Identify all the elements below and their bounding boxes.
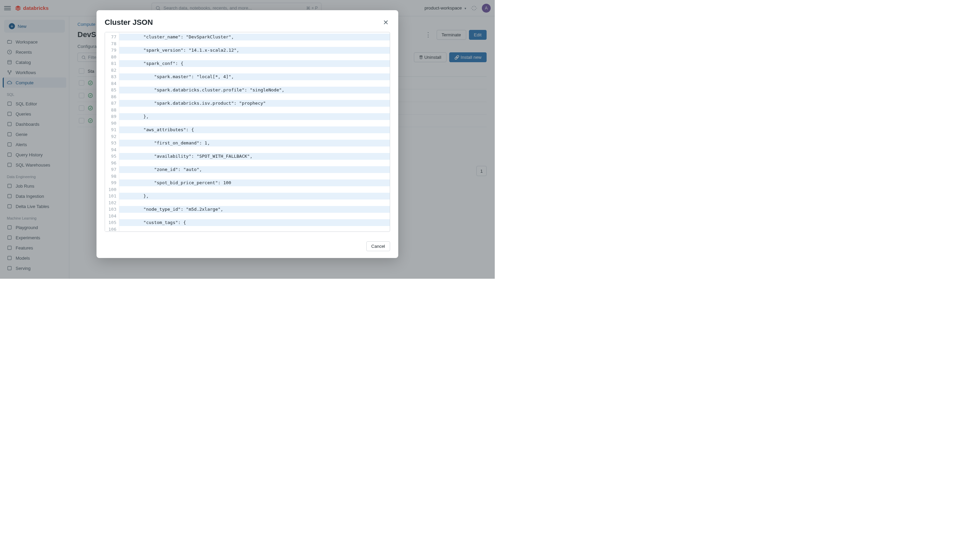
modal-overlay[interactable]: Cluster JSON ✕ 7778798081828384858687888… — [0, 0, 495, 279]
code-content[interactable]: "cluster_name": "DevSparkCluster", "spar… — [119, 32, 390, 231]
json-viewer[interactable]: 7778798081828384858687888990919293949596… — [105, 32, 390, 232]
close-icon[interactable]: ✕ — [382, 17, 390, 28]
cancel-button[interactable]: Cancel — [366, 241, 390, 251]
cluster-json-modal: Cluster JSON ✕ 7778798081828384858687888… — [97, 10, 398, 258]
modal-title: Cluster JSON — [105, 18, 153, 27]
line-gutter: 7778798081828384858687888990919293949596… — [105, 32, 119, 231]
